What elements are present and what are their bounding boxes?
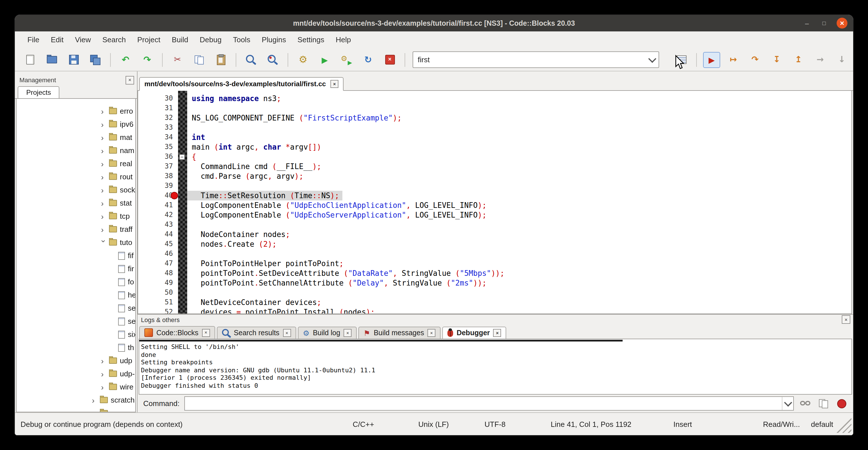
- copy-log-button[interactable]: [817, 397, 830, 410]
- chevron-right-icon[interactable]: ›: [101, 120, 107, 128]
- stop-debugger-button[interactable]: [835, 397, 848, 410]
- logs-close-button[interactable]: ×: [842, 315, 850, 324]
- tab-close-button[interactable]: ×: [493, 329, 501, 337]
- search-input[interactable]: [413, 55, 646, 64]
- chevron-right-icon[interactable]: ›: [101, 357, 107, 365]
- tab-close-button[interactable]: ×: [428, 329, 435, 337]
- project-tree[interactable]: ›erro›ipv6›mat›nam›real›rout›sock›stat›t…: [16, 99, 136, 412]
- run-to-cursor-button[interactable]: ↦: [725, 52, 742, 68]
- chevron-right-icon[interactable]: ›: [101, 147, 107, 154]
- minimize-button[interactable]: –: [802, 19, 811, 28]
- tree-item-udp[interactable]: ›udp: [17, 354, 135, 367]
- tree-item-six[interactable]: six: [17, 328, 135, 341]
- tree-item-src[interactable]: ›src: [17, 407, 135, 412]
- chevron-right-icon[interactable]: ›: [92, 396, 98, 404]
- undo-button[interactable]: ↶: [117, 52, 134, 68]
- log-output[interactable]: Setting SHELL to '/bin/sh'doneSetting br…: [139, 339, 852, 395]
- tree-item-se[interactable]: se: [17, 302, 135, 314]
- command-dropdown-button[interactable]: [782, 397, 793, 410]
- tree-item-wire[interactable]: ›wire: [17, 380, 135, 393]
- rebuild-button[interactable]: ↻: [360, 52, 377, 68]
- chevron-down-icon[interactable]: ›: [100, 240, 108, 245]
- command-combo[interactable]: [184, 396, 794, 411]
- build-button[interactable]: ⚙: [294, 52, 312, 68]
- tree-item-scratch[interactable]: ›scratch: [17, 393, 135, 407]
- next-line-button[interactable]: ↷: [746, 52, 764, 68]
- target-list-button[interactable]: [673, 52, 690, 68]
- tree-item-mat[interactable]: ›mat: [17, 131, 135, 144]
- debug-continue-button[interactable]: ▶: [703, 52, 720, 68]
- logs-tab-build-messages[interactable]: ⚑Build messages×: [359, 327, 440, 339]
- menu-search[interactable]: Search: [97, 31, 131, 49]
- tree-item-se[interactable]: se: [17, 314, 135, 328]
- tab-projects[interactable]: Projects: [18, 86, 60, 98]
- code-editor[interactable]: 30using namespace ns3;3132NS_LOG_COMPONE…: [137, 91, 852, 314]
- resize-grip[interactable]: [835, 417, 851, 433]
- attach-log-button[interactable]: [798, 397, 812, 410]
- tab-close-button[interactable]: ×: [283, 329, 291, 337]
- chevron-right-icon[interactable]: ›: [101, 225, 107, 233]
- editor-tab-close-button[interactable]: ×: [331, 80, 338, 88]
- fold-marker[interactable]: −: [179, 154, 185, 160]
- command-input[interactable]: [185, 399, 782, 408]
- logs-tab-debugger[interactable]: Debugger×: [442, 327, 506, 339]
- tree-item-udp-[interactable]: ›udp-: [17, 367, 135, 380]
- next-instruction-button[interactable]: →: [811, 52, 829, 68]
- menu-view[interactable]: View: [69, 31, 97, 49]
- logs-tab-code-blocks[interactable]: Code::Blocks×: [139, 326, 215, 339]
- menu-settings[interactable]: Settings: [291, 31, 330, 49]
- menu-file[interactable]: File: [22, 31, 45, 49]
- tree-item-tcp[interactable]: ›tcp: [17, 210, 135, 223]
- tree-item-ipv6[interactable]: ›ipv6: [17, 118, 135, 131]
- maximize-button[interactable]: □: [819, 19, 829, 28]
- tree-item-real[interactable]: ›real: [17, 157, 135, 170]
- copy-button[interactable]: [191, 52, 208, 68]
- close-button[interactable]: ×: [837, 18, 847, 29]
- menu-tools[interactable]: Tools: [227, 31, 256, 49]
- open-file-button[interactable]: [43, 52, 61, 68]
- chevron-right-icon[interactable]: ›: [101, 133, 107, 141]
- tree-item-rout[interactable]: ›rout: [17, 170, 135, 183]
- step-into-button[interactable]: ↧: [768, 52, 785, 68]
- title-bar[interactable]: mnt/dev/tools/source/ns-3-dev/examples/t…: [15, 15, 853, 31]
- chevron-right-icon[interactable]: ›: [101, 107, 107, 115]
- tree-item-he[interactable]: he: [17, 289, 135, 302]
- logs-tab-search-results[interactable]: Search results×: [217, 327, 296, 339]
- paste-button[interactable]: [212, 52, 229, 68]
- tab-close-button[interactable]: ×: [344, 329, 351, 337]
- menu-debug[interactable]: Debug: [194, 31, 227, 49]
- logs-tab-build-log[interactable]: ⚙Build log×: [298, 327, 357, 339]
- build-run-button[interactable]: ⚙▶: [338, 52, 355, 68]
- menu-plugins[interactable]: Plugins: [256, 31, 291, 49]
- menu-build[interactable]: Build: [166, 31, 194, 49]
- run-button[interactable]: ▶: [316, 52, 333, 68]
- menu-help[interactable]: Help: [330, 31, 357, 49]
- tree-item-fir[interactable]: fir: [17, 262, 135, 275]
- tree-item-fo[interactable]: fo: [17, 275, 135, 289]
- abort-button[interactable]: [381, 52, 398, 68]
- tree-item-fif[interactable]: fif: [17, 249, 135, 262]
- replace-button[interactable]: [264, 52, 281, 68]
- chevron-right-icon[interactable]: ›: [101, 160, 107, 168]
- menu-edit[interactable]: Edit: [45, 31, 69, 49]
- search-combo[interactable]: [412, 51, 659, 68]
- toolbar-overflow-button[interactable]: [852, 52, 853, 68]
- tab-close-button[interactable]: ×: [202, 329, 210, 337]
- breakpoint-marker[interactable]: [170, 192, 178, 199]
- tree-item-sock[interactable]: ›sock: [17, 183, 135, 197]
- chevron-right-icon[interactable]: ›: [101, 212, 107, 220]
- chevron-right-icon[interactable]: ›: [101, 173, 107, 181]
- save-button[interactable]: [65, 52, 82, 68]
- tree-item-th[interactable]: th: [17, 341, 135, 354]
- step-out-button[interactable]: ↥: [790, 52, 807, 68]
- tree-item-stat[interactable]: ›stat: [17, 197, 135, 210]
- editor-tab[interactable]: mnt/dev/tools/source/ns-3-dev/examples/t…: [139, 77, 344, 91]
- chevron-right-icon[interactable]: ›: [101, 186, 107, 194]
- tree-item-nam[interactable]: ›nam: [17, 144, 135, 157]
- tree-item-traff[interactable]: ›traff: [17, 223, 135, 236]
- redo-button[interactable]: ↷: [139, 52, 156, 68]
- tree-item-erro[interactable]: ›erro: [17, 104, 135, 118]
- tree-item-tuto[interactable]: ›tuto: [17, 236, 135, 249]
- chevron-right-icon[interactable]: ›: [92, 409, 98, 412]
- combo-dropdown-button[interactable]: [646, 58, 658, 61]
